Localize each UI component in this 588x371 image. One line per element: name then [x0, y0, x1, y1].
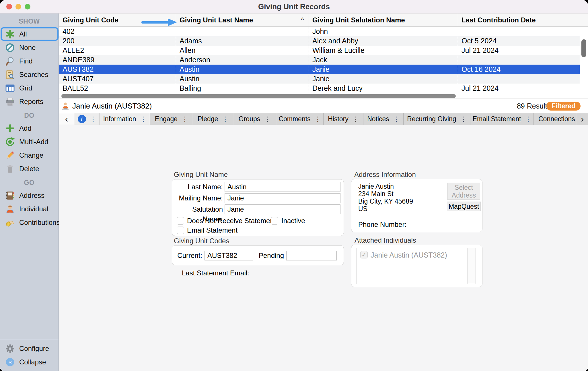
vertical-scrollbar-thumb[interactable]	[581, 39, 586, 57]
table-cell: Derek and Lucy	[309, 84, 458, 93]
tab-menu-dots-icon[interactable]: ⋮	[140, 115, 147, 123]
filtered-badge[interactable]: Filtered	[546, 102, 581, 111]
tab-engage[interactable]: Engage⋮	[150, 113, 193, 125]
sidebar-item-label: Contributions	[19, 219, 60, 227]
table-row[interactable]: 200AdamsAlex and AbbyOct 5 2024	[59, 36, 580, 46]
field-last-name-[interactable]: Austin	[225, 182, 340, 192]
table-row[interactable]: ANDE389AndersonJack	[59, 55, 580, 65]
tab-scroll-left-button[interactable]: ‹	[59, 113, 74, 125]
sidebar-item-label: Searches	[19, 71, 48, 79]
table-header-row: Giving Unit CodeGiving Unit Last Name^Gi…	[59, 13, 588, 27]
sidebar-item-address[interactable]: Address	[1, 189, 59, 202]
none-icon	[5, 43, 15, 53]
tab-comments[interactable]: Comments⋮	[276, 113, 324, 125]
sidebar-item-collapse[interactable]: «Collapse	[1, 355, 59, 369]
tab-label: Information	[103, 115, 136, 123]
sidebar-item-individual[interactable]: Individual	[1, 202, 59, 216]
titlebar: Giving Unit Records	[0, 0, 588, 13]
pencil-icon	[5, 150, 15, 160]
sidebar-item-label: Address	[19, 192, 44, 200]
tab-menu-dots-icon[interactable]: ⋮	[460, 115, 467, 123]
tab-scroll-right-button[interactable]: ›	[576, 113, 588, 125]
sidebar-item-label: Grid	[19, 84, 32, 92]
sidebar-item-grid[interactable]: Grid	[1, 81, 59, 95]
address-line: Big City, KY 45689	[358, 198, 413, 205]
column-header-giving-unit-salutation-name[interactable]: Giving Unit Salutation Name	[309, 13, 458, 26]
table-cell: Allen	[176, 46, 309, 55]
address-information-box: Janie Austin234 Main StBig City, KY 4568…	[351, 179, 482, 232]
tab-menu-dots-icon[interactable]: ⋮	[525, 115, 531, 123]
sidebar-item-multi-add[interactable]: Multi-Add	[1, 135, 59, 148]
table-row[interactable]: BALL52BallingDerek and LucyJul 21 2024	[59, 84, 580, 93]
table-cell: Janie	[309, 74, 458, 84]
table-body: 402John200AdamsAlex and AbbyOct 5 2024AL…	[59, 27, 580, 93]
table-row[interactable]: ALLE2AllenWilliam & LucilleJul 21 2024	[59, 46, 580, 55]
giving-unit-name-title: Giving Unit Name	[174, 171, 228, 179]
email-statement-label: Email Statement	[187, 226, 237, 234]
sidebar-item-find[interactable]: Find	[1, 54, 59, 68]
attached-individual-checkbox[interactable]	[360, 251, 368, 258]
table-row[interactable]: AUST407AustinJanie	[59, 74, 580, 84]
giving-unit-name-box: Last Name:AustinMailing Name:JanieSaluta…	[172, 179, 344, 236]
tab-connections[interactable]: Connections	[534, 113, 576, 125]
tab-menu-dots-icon[interactable]: ⋮	[182, 115, 188, 123]
sidebar-item-add[interactable]: Add	[1, 121, 59, 135]
table-cell: AUST407	[59, 74, 176, 84]
tab-menu-dots-icon[interactable]: ⋮	[90, 115, 96, 123]
info-icon: i	[78, 115, 86, 123]
field-label-mailing-name-: Mailing Name:	[174, 193, 223, 203]
tab-menu-dots-icon[interactable]: ⋮	[264, 115, 270, 123]
table-cell: AUST382	[59, 65, 176, 74]
window-title: Giving Unit Records	[0, 0, 588, 13]
list-scrollbar[interactable]	[467, 248, 476, 284]
multi-add-icon	[5, 137, 15, 147]
tab-history[interactable]: History⋮	[324, 113, 363, 125]
sidebar-item-none[interactable]: None	[1, 41, 59, 54]
tab-pledge[interactable]: Pledge⋮	[193, 113, 233, 125]
field-mailing-name-[interactable]: Janie	[225, 193, 340, 203]
tab-menu-dots-icon[interactable]: ⋮	[393, 115, 400, 123]
address-information-title: Address Information	[354, 171, 416, 179]
table-row[interactable]: AUST382AustinJanieOct 16 2024	[59, 65, 580, 74]
sidebar-sections: SHOWAllNoneFindSearchesGridReportsDOAddM…	[0, 16, 59, 229]
sidebar-item-reports[interactable]: Reports	[1, 95, 59, 108]
email-statement-checkbox[interactable]	[177, 227, 184, 234]
tab-recurring-giving[interactable]: Recurring Giving⋮	[404, 113, 470, 125]
tab-menu-dots-icon[interactable]: ⋮	[222, 115, 228, 123]
column-header-giving-unit-last-name[interactable]: Giving Unit Last Name^	[176, 13, 309, 26]
person-icon	[5, 204, 15, 214]
tab-menu-dots-icon[interactable]: ⋮	[353, 115, 359, 123]
tab-information[interactable]: Information⋮	[100, 113, 150, 125]
tabbar: ‹i⋮Information⋮Engage⋮Pledge⋮Groups⋮Comm…	[59, 113, 588, 125]
pending-code-label: Pending	[255, 251, 284, 260]
table-horizontal-scrollbar[interactable]	[59, 93, 588, 99]
sidebar-item-contributions[interactable]: Contributions	[1, 216, 59, 229]
tab-groups[interactable]: Groups⋮	[233, 113, 276, 125]
last-statement-email-label: Last Statement Email:	[182, 269, 249, 277]
select-address-button[interactable]: Select Address	[447, 183, 480, 200]
sidebar-item-label: Individual	[19, 205, 48, 213]
tab-notices[interactable]: Notices⋮	[363, 113, 404, 125]
person-at-laptop-icon	[61, 102, 69, 110]
sidebar-item-label: Change	[19, 151, 43, 159]
column-header-last-contribution-date[interactable]: Last Contribution Date	[458, 13, 580, 26]
tab-email-statement[interactable]: Email Statement⋮	[470, 113, 534, 125]
horizontal-scrollbar-thumb[interactable]	[61, 94, 456, 98]
tab-record-info[interactable]: i⋮	[74, 113, 100, 125]
sidebar-item-all[interactable]: All	[1, 27, 59, 41]
inactive-checkbox[interactable]	[271, 217, 278, 225]
table-row[interactable]: 402John	[59, 27, 580, 36]
pending-code-field[interactable]	[286, 251, 337, 260]
sidebar-item-configure[interactable]: Configure	[1, 342, 59, 355]
does-not-receive-statement-checkbox[interactable]	[177, 217, 184, 225]
sidebar-item-change[interactable]: Change	[1, 148, 59, 162]
tab-label: Groups	[239, 115, 260, 123]
current-code-field[interactable]: AUST382	[205, 251, 253, 260]
mapquest-button[interactable]: MapQuest	[447, 202, 481, 211]
coin-hand-icon	[5, 218, 15, 227]
sidebar-item-searches[interactable]: Searches	[1, 68, 59, 81]
field-salutation-name-[interactable]: Janie	[225, 204, 340, 214]
sidebar-item-delete[interactable]: Delete	[1, 162, 59, 175]
tab-menu-dots-icon[interactable]: ⋮	[315, 115, 321, 123]
table-vertical-scrollbar[interactable]	[580, 27, 588, 93]
